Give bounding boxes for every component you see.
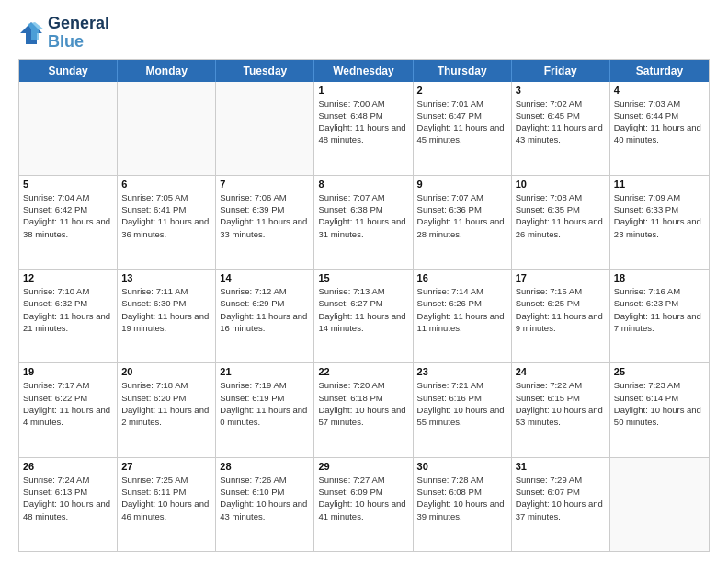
day-header-wednesday: Wednesday xyxy=(314,60,413,82)
day-info: Sunrise: 7:28 AMSunset: 6:08 PMDaylight:… xyxy=(417,474,507,523)
header: General Blue xyxy=(18,15,710,52)
logo-text: General Blue xyxy=(48,15,109,52)
day-cell: 5Sunrise: 7:04 AMSunset: 6:42 PMDaylight… xyxy=(19,176,118,269)
day-cell: 4Sunrise: 7:03 AMSunset: 6:44 PMDaylight… xyxy=(610,82,709,175)
day-number: 8 xyxy=(318,178,408,190)
day-cell: 25Sunrise: 7:23 AMSunset: 6:14 PMDayligh… xyxy=(610,363,709,456)
day-info: Sunrise: 7:21 AMSunset: 6:16 PMDaylight:… xyxy=(417,379,507,428)
day-header-saturday: Saturday xyxy=(610,60,709,82)
day-info: Sunrise: 7:06 AMSunset: 6:39 PMDaylight:… xyxy=(220,191,310,240)
week-row-5: 26Sunrise: 7:24 AMSunset: 6:13 PMDayligh… xyxy=(19,458,709,551)
day-info: Sunrise: 7:09 AMSunset: 6:33 PMDaylight:… xyxy=(614,191,705,240)
day-info: Sunrise: 7:20 AMSunset: 6:18 PMDaylight:… xyxy=(318,379,408,428)
day-info: Sunrise: 7:23 AMSunset: 6:14 PMDaylight:… xyxy=(614,379,705,428)
day-number: 2 xyxy=(417,85,507,96)
day-number: 25 xyxy=(614,366,705,377)
day-number: 21 xyxy=(220,366,310,377)
page: General Blue SundayMondayTuesdayWednesda… xyxy=(0,0,728,563)
day-cell: 7Sunrise: 7:06 AMSunset: 6:39 PMDaylight… xyxy=(216,176,314,269)
day-info: Sunrise: 7:17 AMSunset: 6:22 PMDaylight:… xyxy=(23,379,113,428)
day-cell: 10Sunrise: 7:08 AMSunset: 6:35 PMDayligh… xyxy=(512,176,610,269)
day-info: Sunrise: 7:29 AMSunset: 6:07 PMDaylight:… xyxy=(516,474,606,523)
day-number: 24 xyxy=(516,366,606,377)
day-number: 9 xyxy=(417,178,507,190)
day-number: 27 xyxy=(121,461,211,472)
day-header-monday: Monday xyxy=(118,60,216,82)
day-cell: 18Sunrise: 7:16 AMSunset: 6:23 PMDayligh… xyxy=(610,270,709,362)
day-cell: 17Sunrise: 7:15 AMSunset: 6:25 PMDayligh… xyxy=(512,270,610,362)
day-cell: 6Sunrise: 7:05 AMSunset: 6:41 PMDaylight… xyxy=(118,176,216,269)
day-info: Sunrise: 7:08 AMSunset: 6:35 PMDaylight:… xyxy=(516,191,606,240)
week-row-4: 19Sunrise: 7:17 AMSunset: 6:22 PMDayligh… xyxy=(19,363,709,457)
day-cell: 28Sunrise: 7:26 AMSunset: 6:10 PMDayligh… xyxy=(216,458,314,551)
day-cell: 29Sunrise: 7:27 AMSunset: 6:09 PMDayligh… xyxy=(314,458,413,551)
day-number: 3 xyxy=(516,85,606,96)
day-cell xyxy=(19,82,118,175)
day-info: Sunrise: 7:26 AMSunset: 6:10 PMDaylight:… xyxy=(220,474,310,523)
week-row-1: 1Sunrise: 7:00 AMSunset: 6:48 PMDaylight… xyxy=(19,82,709,176)
day-cell: 23Sunrise: 7:21 AMSunset: 6:16 PMDayligh… xyxy=(414,363,512,456)
day-cell: 22Sunrise: 7:20 AMSunset: 6:18 PMDayligh… xyxy=(314,363,413,456)
day-cell: 30Sunrise: 7:28 AMSunset: 6:08 PMDayligh… xyxy=(414,458,512,551)
day-info: Sunrise: 7:27 AMSunset: 6:09 PMDaylight:… xyxy=(318,474,408,523)
day-number: 12 xyxy=(23,272,113,283)
week-row-3: 12Sunrise: 7:10 AMSunset: 6:32 PMDayligh… xyxy=(19,270,709,363)
day-cell: 2Sunrise: 7:01 AMSunset: 6:47 PMDaylight… xyxy=(414,82,512,175)
logo: General Blue xyxy=(18,15,109,52)
day-cell: 15Sunrise: 7:13 AMSunset: 6:27 PMDayligh… xyxy=(314,270,413,362)
calendar: SundayMondayTuesdayWednesdayThursdayFrid… xyxy=(18,59,710,552)
day-info: Sunrise: 7:15 AMSunset: 6:25 PMDaylight:… xyxy=(516,285,606,334)
day-info: Sunrise: 7:03 AMSunset: 6:44 PMDaylight:… xyxy=(614,98,705,146)
day-cell: 12Sunrise: 7:10 AMSunset: 6:32 PMDayligh… xyxy=(19,270,118,362)
day-header-friday: Friday xyxy=(512,60,610,82)
day-cell: 14Sunrise: 7:12 AMSunset: 6:29 PMDayligh… xyxy=(216,270,314,362)
day-info: Sunrise: 7:25 AMSunset: 6:11 PMDaylight:… xyxy=(121,474,211,523)
day-number: 16 xyxy=(417,272,507,283)
day-info: Sunrise: 7:14 AMSunset: 6:26 PMDaylight:… xyxy=(417,285,507,334)
day-cell: 19Sunrise: 7:17 AMSunset: 6:22 PMDayligh… xyxy=(19,363,118,456)
day-headers: SundayMondayTuesdayWednesdayThursdayFrid… xyxy=(19,60,709,82)
day-cell: 20Sunrise: 7:18 AMSunset: 6:20 PMDayligh… xyxy=(118,363,216,456)
day-number: 4 xyxy=(614,85,705,96)
day-number: 6 xyxy=(121,178,211,190)
day-number: 1 xyxy=(318,85,408,96)
day-cell: 26Sunrise: 7:24 AMSunset: 6:13 PMDayligh… xyxy=(19,458,118,551)
day-info: Sunrise: 7:05 AMSunset: 6:41 PMDaylight:… xyxy=(121,191,211,240)
day-info: Sunrise: 7:12 AMSunset: 6:29 PMDaylight:… xyxy=(220,285,310,334)
day-header-sunday: Sunday xyxy=(19,60,118,82)
day-number: 20 xyxy=(121,366,211,377)
day-cell: 9Sunrise: 7:07 AMSunset: 6:36 PMDaylight… xyxy=(414,176,512,269)
day-number: 15 xyxy=(318,272,408,283)
day-number: 5 xyxy=(23,178,113,190)
day-number: 31 xyxy=(516,461,606,472)
day-number: 28 xyxy=(220,461,310,472)
day-cell: 16Sunrise: 7:14 AMSunset: 6:26 PMDayligh… xyxy=(414,270,512,362)
day-info: Sunrise: 7:10 AMSunset: 6:32 PMDaylight:… xyxy=(23,285,113,334)
day-header-tuesday: Tuesday xyxy=(216,60,314,82)
day-info: Sunrise: 7:07 AMSunset: 6:36 PMDaylight:… xyxy=(417,191,507,240)
day-cell: 1Sunrise: 7:00 AMSunset: 6:48 PMDaylight… xyxy=(314,82,413,175)
week-row-2: 5Sunrise: 7:04 AMSunset: 6:42 PMDaylight… xyxy=(19,176,709,270)
day-info: Sunrise: 7:00 AMSunset: 6:48 PMDaylight:… xyxy=(318,98,408,146)
day-cell: 8Sunrise: 7:07 AMSunset: 6:38 PMDaylight… xyxy=(314,176,413,269)
day-number: 18 xyxy=(614,272,705,283)
day-info: Sunrise: 7:04 AMSunset: 6:42 PMDaylight:… xyxy=(23,191,113,240)
day-number: 30 xyxy=(417,461,507,472)
day-cell: 3Sunrise: 7:02 AMSunset: 6:45 PMDaylight… xyxy=(512,82,610,175)
day-info: Sunrise: 7:22 AMSunset: 6:15 PMDaylight:… xyxy=(516,379,606,428)
day-number: 23 xyxy=(417,366,507,377)
day-cell xyxy=(118,82,216,175)
day-number: 29 xyxy=(318,461,408,472)
day-cell: 21Sunrise: 7:19 AMSunset: 6:19 PMDayligh… xyxy=(216,363,314,456)
logo-icon xyxy=(18,20,44,46)
day-cell: 11Sunrise: 7:09 AMSunset: 6:33 PMDayligh… xyxy=(610,176,709,269)
day-number: 26 xyxy=(23,461,113,472)
day-cell xyxy=(610,458,709,551)
day-number: 11 xyxy=(614,178,705,190)
day-number: 14 xyxy=(220,272,310,283)
day-number: 13 xyxy=(121,272,211,283)
day-cell xyxy=(216,82,314,175)
day-info: Sunrise: 7:11 AMSunset: 6:30 PMDaylight:… xyxy=(121,285,211,334)
day-cell: 31Sunrise: 7:29 AMSunset: 6:07 PMDayligh… xyxy=(512,458,610,551)
day-info: Sunrise: 7:16 AMSunset: 6:23 PMDaylight:… xyxy=(614,285,705,334)
